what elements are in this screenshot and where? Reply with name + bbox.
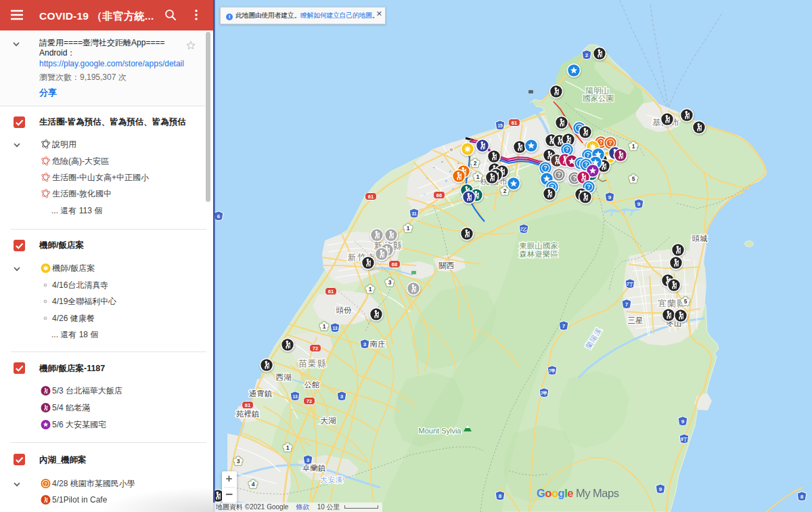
svg-text:3: 3 — [307, 457, 310, 463]
svg-text:7甲: 7甲 — [541, 391, 547, 396]
svg-text:苑裡鎮: 苑裡鎮 — [236, 410, 260, 418]
svg-text:5: 5 — [632, 175, 635, 182]
svg-text:2: 2 — [585, 52, 589, 58]
svg-text:國家公園: 國家公園 — [583, 94, 614, 102]
svg-text:頭份: 頭份 — [336, 306, 353, 314]
svg-text:三星: 三星 — [628, 316, 644, 324]
svg-text:頭城: 頭城 — [692, 234, 708, 242]
svg-text:西湖: 西湖 — [276, 373, 292, 381]
svg-text:Mount Sylvia: Mount Sylvia — [419, 427, 462, 435]
svg-text:15: 15 — [497, 123, 503, 128]
svg-text:7甲: 7甲 — [549, 368, 556, 373]
svg-text:7丁: 7丁 — [627, 282, 634, 287]
svg-text:72: 72 — [313, 345, 318, 351]
svg-text:1: 1 — [286, 444, 290, 451]
svg-text:13: 13 — [332, 326, 338, 330]
svg-text:9: 9 — [681, 419, 685, 425]
svg-text:5: 5 — [684, 298, 687, 305]
svg-text:61: 61 — [368, 194, 374, 200]
svg-text:1: 1 — [632, 143, 635, 150]
svg-text:66: 66 — [436, 192, 442, 198]
svg-text:大湖: 大湖 — [321, 417, 336, 425]
svg-text:13: 13 — [292, 394, 298, 399]
svg-text:31: 31 — [411, 211, 417, 216]
svg-text:通霄鎮: 通霄鎮 — [249, 389, 273, 398]
svg-text:3: 3 — [388, 279, 392, 286]
svg-text:?: ? — [44, 481, 47, 487]
svg-text:3: 3 — [340, 393, 344, 400]
svg-text:9: 9 — [659, 486, 662, 492]
svg-text:1: 1 — [476, 173, 480, 180]
svg-text:9: 9 — [608, 194, 612, 200]
svg-text:7: 7 — [562, 323, 566, 329]
svg-text:1: 1 — [369, 286, 372, 293]
svg-text:1: 1 — [323, 323, 326, 330]
svg-text:3: 3 — [237, 458, 240, 465]
svg-text:9丁: 9丁 — [681, 437, 688, 442]
svg-text:東眼山國家: 東眼山國家 — [519, 242, 558, 250]
svg-text:7: 7 — [625, 301, 629, 307]
svg-text:森林遊樂區: 森林遊樂區 — [519, 250, 558, 258]
svg-text:4: 4 — [252, 481, 255, 488]
svg-text:2: 2 — [503, 188, 507, 194]
svg-text:關西: 關西 — [439, 261, 455, 270]
svg-text:南庄: 南庄 — [370, 340, 386, 348]
svg-text:大安溪: 大安溪 — [320, 475, 344, 484]
svg-text:1: 1 — [407, 225, 410, 232]
svg-text:卓蘭鎮: 卓蘭鎮 — [302, 464, 326, 472]
svg-text:61: 61 — [512, 120, 517, 126]
svg-text:8: 8 — [800, 494, 804, 500]
svg-text:61: 61 — [328, 289, 334, 295]
svg-text:苗栗縣: 苗栗縣 — [298, 359, 327, 368]
svg-text:公館: 公館 — [304, 381, 320, 389]
svg-text:72: 72 — [307, 398, 312, 404]
svg-text:61: 61 — [245, 402, 250, 408]
svg-text:8: 8 — [499, 493, 502, 499]
svg-text:6: 6 — [217, 213, 221, 219]
svg-text:7乙: 7乙 — [520, 227, 527, 232]
svg-text:68: 68 — [392, 261, 397, 268]
svg-text:9: 9 — [637, 201, 641, 207]
svg-text:3: 3 — [363, 341, 367, 347]
svg-text:2: 2 — [474, 160, 477, 167]
